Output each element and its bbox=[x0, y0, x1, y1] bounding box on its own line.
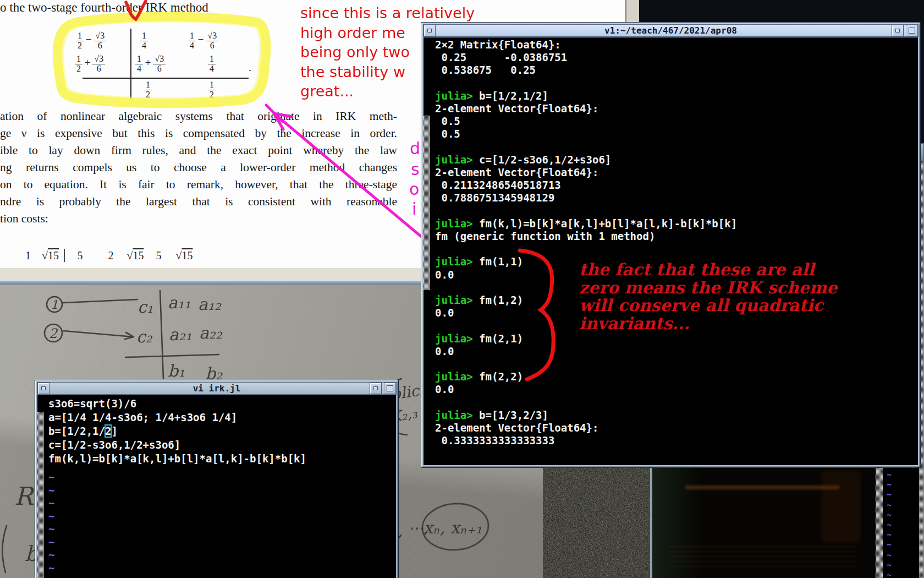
video-dim-rows bbox=[669, 543, 856, 567]
hw-step1-label: 1 bbox=[51, 298, 58, 312]
terminal-line: 0.0 bbox=[435, 383, 737, 396]
window-menu-button[interactable] bbox=[424, 25, 436, 36]
julia-terminal-window: v1:~/teach/467/2021/apr08 2×2 Matrix{Flo… bbox=[421, 22, 921, 468]
tableau-cell: 12 + √36 bbox=[75, 54, 105, 73]
terminal-line: 0.538675 0.25 bbox=[435, 64, 737, 77]
vi-tilde: ~ bbox=[48, 522, 54, 536]
tableau-cell: 12 bbox=[144, 80, 152, 99]
vi-tilde: ~ bbox=[48, 510, 54, 523]
tableau-number: 1 bbox=[25, 249, 31, 262]
invariants-note: the fact that these are allzero means th… bbox=[579, 261, 821, 332]
vim-tilde: ~ bbox=[887, 530, 919, 540]
hw-a12: a₁₂ bbox=[198, 295, 222, 314]
iconify-button[interactable] bbox=[892, 25, 904, 36]
terminal-line: 0.21132486540518713 bbox=[435, 179, 737, 192]
hw-b1: b₁ bbox=[168, 361, 185, 380]
terminal-line: 2×2 Matrix{Float64}: bbox=[435, 39, 737, 51]
butcher-tableau: 12 − √361414 − √3612 + √3614 + √3614.121… bbox=[0, 0, 286, 110]
magenta-letter: o bbox=[409, 179, 419, 199]
terminal-line: 2-element Vector{Float64}: bbox=[435, 166, 737, 179]
hw-tableau-hline bbox=[125, 355, 219, 357]
maximize-button[interactable] bbox=[906, 25, 918, 36]
dark-video-window bbox=[650, 467, 876, 578]
terminal-text: 2×2 Matrix{Float64}: 0.25 -0.0386751 0.5… bbox=[435, 39, 737, 448]
vi-window-title: vi irk.jl bbox=[193, 383, 241, 394]
vi-tilde: ~ bbox=[48, 471, 54, 484]
terminal-line: 0.5 bbox=[435, 128, 737, 140]
vi-content[interactable]: s3o6=sqrt(3)/6a=[1/4 1/4-s3o6; 1/4+s3o6 … bbox=[37, 395, 396, 578]
tableau-cell: 14 + √36 bbox=[135, 54, 166, 73]
vi-titlebar[interactable]: vi irk.jl bbox=[37, 382, 397, 395]
right-vim-pane: ~~~~~~~~~~~ bbox=[883, 467, 919, 578]
hw-a22: a₂₂ bbox=[199, 323, 223, 342]
terminal-line: 0.25 -0.0386751 bbox=[435, 51, 737, 64]
vi-window: vi irk.jl s3o6=sqrt(3)/6a=[1/4 1/4-s3o6;… bbox=[35, 380, 399, 578]
terminal-window-title: v1:~/teach/467/2021/apr08 bbox=[604, 25, 737, 36]
pdf-paragraph-line: ible to lay down firm rules, and the exa… bbox=[0, 142, 397, 159]
hw-c1: c₁ bbox=[138, 297, 153, 317]
tableau-number: 2 bbox=[108, 249, 113, 262]
tableau-cell: 14 bbox=[208, 54, 216, 73]
vim-tilde: ~ bbox=[887, 520, 919, 530]
terminal-line bbox=[435, 141, 737, 154]
vi-tilde: ~ bbox=[48, 484, 54, 497]
vi-tildes: ~~~~~~~~~ bbox=[48, 471, 54, 578]
terminal-line: julia> fm(k,l)=b[k]*a[k,l]+b[l]*a[l,k]-b… bbox=[435, 217, 737, 230]
terminal-line bbox=[435, 77, 737, 90]
tableau-cell: 12 bbox=[208, 80, 216, 99]
pdf-paragraph-line: on to equation. It is fair to remark, ho… bbox=[0, 176, 397, 193]
vi-text: s3o6=sqrt(3)/6a=[1/4 1/4-s3o6; 1/4+s3o6 … bbox=[48, 397, 306, 466]
tableau-number: √15 bbox=[127, 249, 144, 262]
vi-tilde: ~ bbox=[48, 574, 54, 578]
pdf-paragraph: ation of nonlinear algebraic systems tha… bbox=[0, 108, 397, 227]
hw-step2-label: 2 bbox=[49, 326, 58, 341]
tableau-cell: 14 bbox=[140, 31, 148, 50]
pdf-bottom-row: 1√1552√155√15 bbox=[0, 249, 193, 262]
vim-tilde: ~ bbox=[887, 480, 919, 490]
hw-a11: a₁₁ bbox=[168, 293, 191, 312]
terminal-content[interactable]: 2×2 Matrix{Float64}: 0.25 -0.0386751 0.5… bbox=[424, 37, 918, 465]
invariants-note-line: zero means the IRK scheme bbox=[579, 279, 821, 297]
tableau-number bbox=[64, 249, 65, 262]
vi-cursor: 2 bbox=[105, 425, 111, 437]
tableau-horizontal-rule bbox=[82, 78, 249, 79]
vi-tilde: ~ bbox=[48, 536, 54, 549]
vi-line: fm(k,l)=b[k]*a[k,l]+b[l]*a[l,k]-b[k]*b[k… bbox=[48, 452, 306, 466]
magenta-letter: s bbox=[411, 160, 420, 179]
vim-tilde: ~ bbox=[887, 510, 919, 520]
static-noise-video bbox=[543, 467, 650, 578]
magenta-letter: d bbox=[410, 139, 420, 158]
magenta-letter: i bbox=[412, 199, 416, 219]
video-dim-patch bbox=[822, 471, 860, 543]
vi-line: c=[1/2-s3o6,1/2+s3o6] bbox=[48, 438, 306, 452]
red-note-line: since this is a relatively bbox=[300, 3, 475, 23]
vim-tilde: ~ bbox=[887, 500, 919, 510]
pdf-paragraph-line: ndre is probably the largest that is con… bbox=[0, 193, 397, 210]
noise-texture bbox=[543, 467, 650, 578]
step1-connector-line bbox=[63, 299, 138, 303]
vim-tilde: ~ bbox=[887, 490, 919, 500]
terminal-line: 0.5 bbox=[435, 115, 737, 128]
terminal-scrollbar-thumb[interactable] bbox=[424, 116, 430, 290]
invariants-note-line: invariants... bbox=[579, 315, 821, 333]
pdf-paragraph-line: tion costs: bbox=[0, 210, 397, 227]
hw-tableau-vline bbox=[160, 291, 163, 379]
pdf-paragraph-line: ge ν is expensive but this is compensate… bbox=[0, 125, 397, 142]
vi-scrollbar-thumb[interactable] bbox=[37, 412, 44, 578]
terminal-line bbox=[435, 243, 737, 255]
terminal-line: 0.7886751345948129 bbox=[435, 192, 737, 204]
vi-tilde: ~ bbox=[48, 548, 54, 561]
right-pane-scrollbar[interactable] bbox=[876, 467, 883, 578]
terminal-line bbox=[435, 358, 737, 370]
terminal-line: 0.3333333333333333 bbox=[435, 434, 737, 447]
terminal-line: fm (generic function with 1 method) bbox=[435, 230, 737, 243]
vi-line: b=[1/2,1/2] bbox=[48, 424, 306, 438]
window-menu-button[interactable] bbox=[37, 383, 50, 394]
terminal-titlebar[interactable]: v1:~/teach/467/2021/apr08 bbox=[423, 24, 919, 37]
maximize-button[interactable] bbox=[384, 383, 396, 394]
hw-xn: xₙ, xₙ₊₁ bbox=[424, 518, 482, 537]
vi-line: s3o6=sqrt(3)/6 bbox=[48, 397, 306, 411]
tableau-cell: . bbox=[249, 62, 251, 74]
iconify-button[interactable] bbox=[370, 383, 382, 394]
terminal-line bbox=[435, 396, 737, 409]
